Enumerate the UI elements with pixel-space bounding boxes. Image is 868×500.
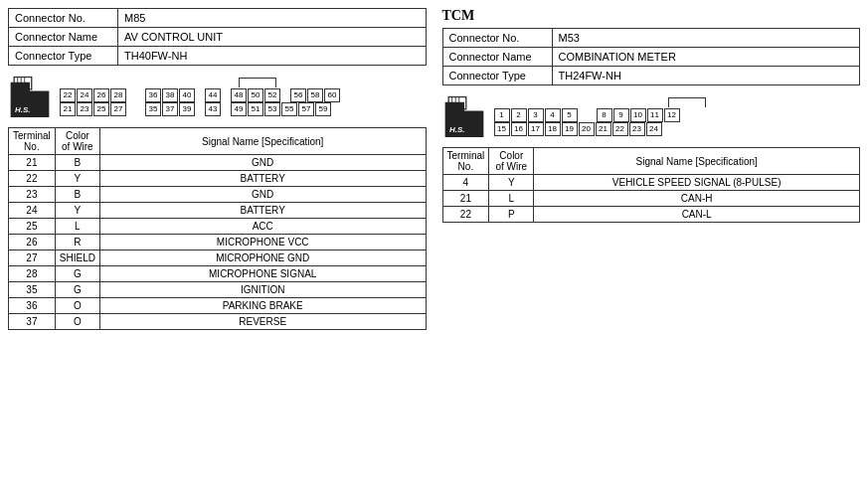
pin-60: 60 xyxy=(324,88,340,102)
pin-56: 56 xyxy=(290,88,306,102)
right-connector-no-value: M53 xyxy=(552,29,860,48)
right-connector-type-row: Connector Type TH24FW-NH xyxy=(442,67,860,85)
left-terminal-cell: 21 xyxy=(9,155,56,171)
left-signal-row: 36 O PARKING BRAKE xyxy=(9,298,427,314)
left-signal-cell: IGNITION xyxy=(99,282,426,298)
left-connector-no-value: M85 xyxy=(118,9,427,28)
pin-35: 35 xyxy=(145,102,161,116)
left-terminal-cell: 35 xyxy=(9,282,56,298)
left-terminal-cell: 24 xyxy=(9,203,56,219)
left-info-table: Connector No. M85 Connector Name AV CONT… xyxy=(8,8,427,66)
right-signal-cell: CAN-L xyxy=(534,207,860,223)
left-signal-row: 23 B GND xyxy=(9,187,427,203)
right-header-signal: Signal Name [Specification] xyxy=(534,148,860,175)
left-color-cell: R xyxy=(55,235,99,250)
rpin-18: 18 xyxy=(545,122,561,136)
rpin-21: 21 xyxy=(596,122,611,136)
left-signal-cell: MICROPHONE SIGNAL xyxy=(99,266,426,282)
left-signal-row: 35 G IGNITION xyxy=(9,282,427,298)
left-terminal-cell: 36 xyxy=(9,298,56,314)
right-connector-diagram: H.S. 1 2 3 4 5 8 xyxy=(442,93,861,139)
rpin-22: 22 xyxy=(612,122,628,136)
left-signal-cell: REVERSE xyxy=(99,314,426,330)
right-header-terminal: TerminalNo. xyxy=(442,148,489,175)
pin-50: 50 xyxy=(248,88,263,102)
rpin-2: 2 xyxy=(511,108,527,122)
main-layout: Connector No. M85 Connector Name AV CONT… xyxy=(8,8,860,330)
pin-48: 48 xyxy=(231,88,247,102)
left-signal-cell: ACC xyxy=(99,219,426,235)
right-signal-cell: VEHICLE SPEED SIGNAL (8-PULSE) xyxy=(534,175,860,191)
left-terminal-cell: 37 xyxy=(9,314,56,330)
rpin-23: 23 xyxy=(629,122,645,136)
pin-gap2 xyxy=(136,88,144,102)
right-terminal-cell: 22 xyxy=(442,207,489,223)
left-color-cell: B xyxy=(55,155,99,171)
right-signal-row: 21 L CAN-H xyxy=(442,191,860,207)
pin-39: 39 xyxy=(179,102,195,116)
pin-gap6 xyxy=(127,102,135,116)
pin-44: 44 xyxy=(205,88,221,102)
pin-gap1 xyxy=(127,88,135,102)
pin-26: 26 xyxy=(93,88,109,102)
right-info-table: Connector No. M53 Connector Name COMBINA… xyxy=(442,28,861,85)
left-connector-name-row: Connector Name AV CONTROL UNIT xyxy=(9,28,427,47)
pin-36: 36 xyxy=(145,88,161,102)
left-signal-cell: GND xyxy=(99,155,426,171)
pin-40: 40 xyxy=(179,88,195,102)
right-color-cell: P xyxy=(489,207,534,223)
left-signal-tbody: 21 B GND 22 Y BATTERY 23 B GND 24 Y BATT… xyxy=(9,155,427,330)
right-connector-name-row: Connector Name COMBINATION METER xyxy=(442,48,860,67)
left-signal-row: 28 G MICROPHONE SIGNAL xyxy=(9,266,427,282)
right-panel: TCM Connector No. M53 Connector Name COM… xyxy=(442,8,861,330)
pin-23: 23 xyxy=(77,102,92,116)
left-color-cell: L xyxy=(55,219,99,235)
right-connector-type-value: TH24FW-NH xyxy=(552,67,860,85)
left-signal-header-row: TerminalNo. Colorof Wire Signal Name [Sp… xyxy=(9,128,427,155)
pin-gap9 xyxy=(222,102,230,116)
left-connector-no-label: Connector No. xyxy=(9,9,118,28)
left-terminal-cell: 26 xyxy=(9,235,56,250)
rpin-8: 8 xyxy=(597,108,612,122)
left-signal-cell: BATTERY xyxy=(99,171,426,187)
pin-27: 27 xyxy=(110,102,126,116)
left-connector-type-value: TH40FW-NH xyxy=(118,47,427,66)
left-pin-row-top: 22 24 26 28 36 38 40 44 48 50 52 56 xyxy=(60,88,427,102)
right-signal-tbody: 4 Y VEHICLE SPEED SIGNAL (8-PULSE) 21 L … xyxy=(442,175,860,223)
right-hs-icon: H.S. xyxy=(442,93,486,137)
left-connector-name-label: Connector Name xyxy=(9,28,118,47)
left-signal-row: 25 L ACC xyxy=(9,219,427,235)
pin-25: 25 xyxy=(93,102,109,116)
right-pin-row-bottom: 15 16 17 18 19 20 21 22 23 24 xyxy=(494,122,861,136)
left-connector-type-row: Connector Type TH40FW-NH xyxy=(9,47,427,66)
left-signal-row: 26 R MICROPHONE VCC xyxy=(9,235,427,250)
right-terminal-cell: 21 xyxy=(442,191,489,207)
rpin-16: 16 xyxy=(511,122,527,136)
left-hs-block: H.S. xyxy=(8,74,52,117)
left-connector-no-row: Connector No. M85 xyxy=(9,9,427,28)
rpin-1: 1 xyxy=(494,108,510,122)
left-connector-diagram: H.S. 22 24 26 28 36 38 xyxy=(8,74,427,119)
pin-38: 38 xyxy=(162,88,178,102)
pin-59: 59 xyxy=(315,102,331,116)
rpin-11: 11 xyxy=(647,108,663,122)
right-signal-header-row: TerminalNo. Colorof Wire Signal Name [Sp… xyxy=(442,148,860,175)
left-signal-table: TerminalNo. Colorof Wire Signal Name [Sp… xyxy=(8,127,427,330)
left-signal-row: 27 SHIELD MICROPHONE GND xyxy=(9,250,427,266)
left-header-terminal: TerminalNo. xyxy=(9,128,56,155)
rpin-15: 15 xyxy=(494,122,510,136)
left-color-cell: Y xyxy=(55,171,99,187)
left-signal-row: 21 B GND xyxy=(9,155,427,171)
pin-gap7 xyxy=(136,102,144,116)
left-color-cell: Y xyxy=(55,203,99,219)
right-signal-table: TerminalNo. Colorof Wire Signal Name [Sp… xyxy=(442,147,861,223)
left-panel: Connector No. M85 Connector Name AV CONT… xyxy=(8,8,427,330)
left-terminal-cell: 25 xyxy=(9,219,56,235)
left-signal-cell: PARKING BRAKE xyxy=(99,298,426,314)
right-connector-name-value: COMBINATION METER xyxy=(552,48,860,67)
rpin-17: 17 xyxy=(528,122,544,136)
pin-57: 57 xyxy=(298,102,314,116)
right-signal-row: 4 Y VEHICLE SPEED SIGNAL (8-PULSE) xyxy=(442,175,860,191)
left-triangle-svg: H.S. xyxy=(8,74,52,117)
rpin-3: 3 xyxy=(528,108,544,122)
